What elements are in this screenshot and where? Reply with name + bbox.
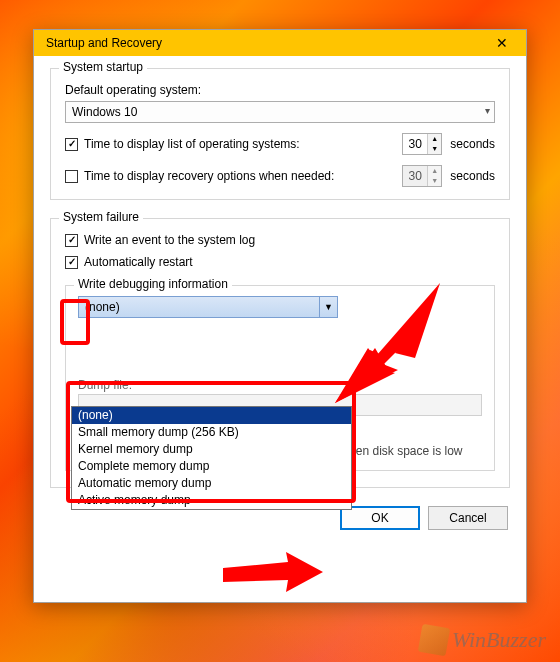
spinner-down-icon[interactable]: ▼ [428, 144, 441, 154]
dropdown-option[interactable]: (none) [72, 407, 351, 424]
system-startup-legend: System startup [59, 60, 147, 74]
debug-dropdown[interactable]: (none) ▼ [78, 296, 338, 318]
write-event-row: Write an event to the system log [65, 233, 495, 247]
system-startup-group: System startup Default operating system:… [50, 68, 510, 200]
titlebar[interactable]: Startup and Recovery ✕ [34, 30, 526, 56]
cancel-button[interactable]: Cancel [428, 506, 508, 530]
ok-label: OK [371, 511, 388, 525]
time-list-label: Time to display list of operating system… [84, 137, 300, 151]
dropdown-option[interactable]: Complete memory dump [72, 458, 351, 475]
write-event-checkbox[interactable] [65, 234, 78, 247]
cancel-label: Cancel [449, 511, 486, 525]
auto-restart-checkbox[interactable] [65, 256, 78, 269]
time-recovery-checkbox[interactable] [65, 170, 78, 183]
auto-restart-row: Automatically restart [65, 255, 495, 269]
dropdown-option[interactable]: Active memory dump [72, 492, 351, 509]
default-os-value: Windows 10 [72, 105, 137, 119]
time-list-row: Time to display list of operating system… [65, 133, 495, 155]
default-os-label: Default operating system: [65, 83, 495, 97]
default-os-combo[interactable]: Windows 10 ▾ [65, 101, 495, 123]
ok-button[interactable]: OK [340, 506, 420, 530]
time-list-checkbox[interactable] [65, 138, 78, 151]
write-event-label: Write an event to the system log [84, 233, 255, 247]
chevron-down-icon: ▾ [485, 105, 490, 116]
time-recovery-unit: seconds [450, 169, 495, 183]
time-list-spinner[interactable]: ▲▼ [402, 133, 442, 155]
watermark-text: WinBuzzer [452, 627, 546, 653]
spinner-up-icon: ▲ [428, 166, 441, 176]
time-list-unit: seconds [450, 137, 495, 151]
debug-dropdown-list[interactable]: (none) Small memory dump (256 KB) Kernel… [71, 406, 352, 510]
chevron-down-icon: ▼ [319, 297, 337, 317]
auto-restart-label: Automatically restart [84, 255, 193, 269]
dropdown-option[interactable]: Kernel memory dump [72, 441, 351, 458]
time-list-value[interactable] [403, 134, 427, 154]
close-icon: ✕ [496, 35, 508, 51]
dump-file-label: Dump file: [78, 378, 482, 392]
dropdown-option[interactable]: Small memory dump (256 KB) [72, 424, 351, 441]
debug-info-legend: Write debugging information [74, 277, 232, 291]
dialog-title: Startup and Recovery [46, 36, 482, 50]
dropdown-option[interactable]: Automatic memory dump [72, 475, 351, 492]
time-recovery-spinner: ▲▼ [402, 165, 442, 187]
watermark-icon [418, 624, 450, 656]
spinner-down-icon: ▼ [428, 176, 441, 186]
time-recovery-value [403, 166, 427, 186]
spinner-up-icon[interactable]: ▲ [428, 134, 441, 144]
close-button[interactable]: ✕ [482, 33, 522, 53]
system-failure-legend: System failure [59, 210, 143, 224]
time-recovery-label: Time to display recovery options when ne… [84, 169, 334, 183]
startup-recovery-dialog: Startup and Recovery ✕ System startup De… [33, 29, 527, 603]
time-recovery-row: Time to display recovery options when ne… [65, 165, 495, 187]
debug-dropdown-value: (none) [85, 300, 120, 314]
watermark: WinBuzzer [420, 626, 546, 654]
